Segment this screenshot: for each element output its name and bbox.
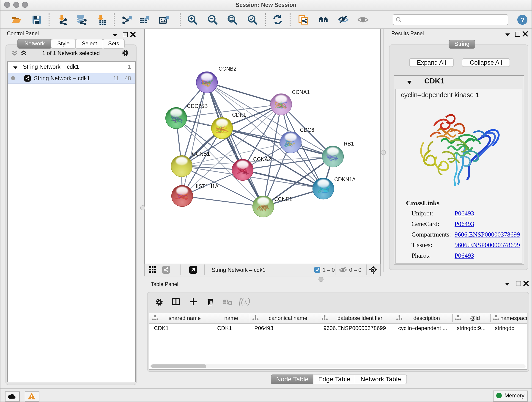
svg-text:CCNA2: CCNA2: [253, 156, 271, 162]
svg-text:CDC6: CDC6: [300, 127, 314, 133]
svg-text:CDKN1A: CDKN1A: [334, 177, 356, 182]
svg-text:CCNA1: CCNA1: [292, 89, 310, 95]
svg-text:HIST1H1A: HIST1H1A: [193, 183, 219, 189]
svg-text:CDC25B: CDC25B: [187, 103, 208, 109]
svg-text:CCNE1: CCNE1: [274, 196, 292, 202]
svg-text:CDK1: CDK1: [232, 112, 246, 118]
svg-text:RB1: RB1: [344, 141, 354, 147]
svg-text:CCNB2: CCNB2: [219, 66, 236, 72]
svg-text:?: ?: [520, 16, 525, 24]
svg-text:CCNB1: CCNB1: [192, 151, 210, 157]
